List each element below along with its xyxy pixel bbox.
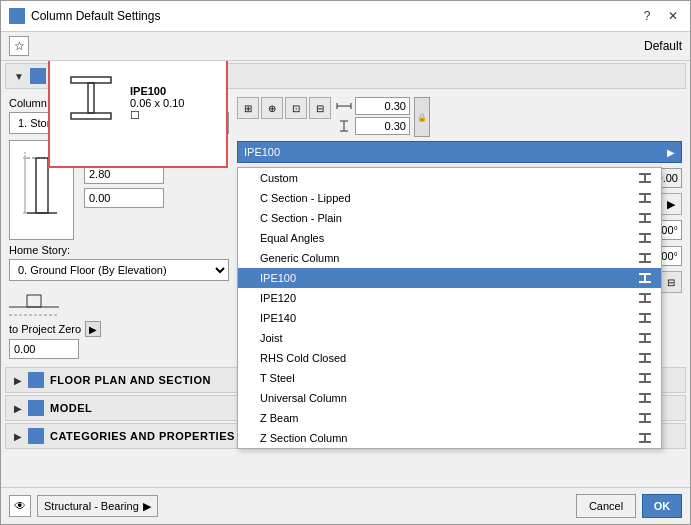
svg-rect-20	[644, 175, 646, 181]
preview-box: IPE100 0.06 x 0.10 ☐	[48, 61, 228, 168]
close-button[interactable]: ✕	[664, 7, 682, 25]
menu-item-custom[interactable]: Custom	[238, 168, 661, 188]
model-arrow: ▶	[14, 403, 22, 414]
menu-item-equal-angles[interactable]: Equal Angles	[238, 228, 661, 248]
offset-bottom-input[interactable]	[84, 188, 164, 208]
menu-item-shape-icon	[637, 251, 653, 265]
svg-rect-1	[36, 158, 48, 213]
svg-rect-39	[639, 301, 651, 303]
svg-rect-16	[71, 77, 111, 83]
menu-item-label: IPE100	[260, 272, 296, 284]
svg-rect-32	[644, 255, 646, 261]
preview-dims: 0.06 x 0.10	[130, 97, 184, 109]
svg-rect-31	[639, 253, 651, 255]
svg-rect-57	[639, 421, 651, 423]
menu-items-container: CustomC Section - LippedC Section - Plai…	[238, 168, 661, 448]
visibility-button[interactable]: 👁	[9, 495, 31, 517]
menu-item-shape-icon	[637, 351, 653, 365]
favorite-button[interactable]: ☆	[9, 36, 29, 56]
menu-item-z-beam[interactable]: Z Beam	[238, 408, 661, 428]
svg-rect-47	[644, 355, 646, 361]
svg-rect-44	[644, 335, 646, 341]
menu-item-label: Z Section Column	[260, 432, 347, 444]
svg-rect-25	[639, 213, 651, 215]
menu-item-shape-icon	[637, 191, 653, 205]
cancel-button[interactable]: Cancel	[576, 494, 636, 518]
svg-rect-26	[644, 215, 646, 221]
ok-button[interactable]: OK	[642, 494, 682, 518]
right-panel: ⊞ ⊕ ⊡ ⊟	[237, 97, 682, 359]
menu-item-label: IPE140	[260, 312, 296, 324]
menu-item-shape-icon	[637, 411, 653, 425]
footer: 👁 Structural - Bearing ▶ Cancel OK	[1, 487, 690, 524]
elevation-graphic	[9, 287, 59, 317]
menu-item-shape-icon	[637, 271, 653, 285]
structural-button[interactable]: Structural - Bearing ▶	[37, 495, 158, 517]
model-icon	[28, 400, 44, 416]
menu-item-generic-column[interactable]: Generic Column	[238, 248, 661, 268]
menu-item-universal-column[interactable]: Universal Column	[238, 388, 661, 408]
menu-item-label: RHS Cold Closed	[260, 352, 346, 364]
svg-rect-34	[639, 273, 651, 275]
geometry-content: Column Top: 1. Story (Home + 1)	[1, 91, 690, 365]
menu-item-label: Generic Column	[260, 252, 339, 264]
width-input[interactable]	[355, 97, 410, 115]
menu-item-label: T Steel	[260, 372, 295, 384]
svg-rect-30	[639, 241, 651, 243]
menu-item-label: Custom	[260, 172, 298, 184]
title-bar: Column Default Settings ? ✕	[1, 1, 690, 32]
svg-rect-23	[644, 195, 646, 201]
align-tc-btn[interactable]: ⊕	[261, 97, 283, 119]
align-tl-btn[interactable]: ⊞	[237, 97, 259, 119]
menu-item-z-section-column[interactable]: Z Section Column	[238, 428, 661, 448]
categories-arrow: ▶	[14, 431, 22, 442]
svg-rect-22	[639, 193, 651, 195]
svg-rect-8	[27, 295, 41, 307]
title-bar-left: Column Default Settings	[9, 8, 160, 24]
menu-item-ipe140[interactable]: IPE140	[238, 308, 661, 328]
svg-rect-29	[644, 235, 646, 241]
geometry-section-icon	[30, 68, 46, 84]
depth-input[interactable]	[355, 117, 410, 135]
to-project-arrow-btn[interactable]: ▶	[85, 321, 101, 337]
menu-item-rhs-cold-closed[interactable]: RHS Cold Closed	[238, 348, 661, 368]
svg-rect-56	[644, 415, 646, 421]
width-icon	[335, 99, 353, 113]
svg-rect-49	[639, 373, 651, 375]
lock-button[interactable]: 🔒	[414, 97, 430, 137]
menu-item-joist[interactable]: Joist	[238, 328, 661, 348]
menu-item-ipe120[interactable]: IPE120	[238, 288, 661, 308]
footer-left: 👁 Structural - Bearing ▶	[9, 495, 158, 517]
anchor-btn2[interactable]: ⊟	[660, 271, 682, 293]
menu-item-label: C Section - Plain	[260, 212, 342, 224]
menu-item-label: C Section - Lipped	[260, 192, 351, 204]
svg-rect-50	[644, 375, 646, 381]
project-zero-input[interactable]	[9, 339, 79, 359]
svg-rect-45	[639, 341, 651, 343]
menu-item-c-section---lipped[interactable]: C Section - Lipped	[238, 188, 661, 208]
svg-rect-38	[644, 295, 646, 301]
svg-rect-37	[639, 293, 651, 295]
align-bl-btn[interactable]: ⊟	[309, 97, 331, 119]
home-story-select[interactable]: 0. Ground Floor (By Elevation)	[9, 259, 229, 281]
svg-rect-59	[644, 435, 646, 441]
profile-dropdown-btn[interactable]: IPE100 ▶	[237, 141, 682, 163]
model-title: MODEL	[50, 402, 92, 414]
menu-item-ipe100[interactable]: IPE100	[238, 268, 661, 288]
menu-item-shape-icon	[637, 311, 653, 325]
svg-rect-41	[644, 315, 646, 321]
svg-rect-17	[88, 83, 94, 113]
menu-item-label: Joist	[260, 332, 283, 344]
footer-right: Cancel OK	[576, 494, 682, 518]
menu-item-shape-icon	[637, 211, 653, 225]
title-bar-controls: ? ✕	[638, 7, 682, 25]
preview-unit: ☐	[130, 109, 184, 122]
home-story-label: Home Story:	[9, 244, 229, 256]
align-tr-btn[interactable]: ⊡	[285, 97, 307, 119]
help-button[interactable]: ?	[638, 7, 656, 25]
categories-title: CATEGORIES AND PROPERTIES	[50, 430, 235, 442]
menu-item-t-steel[interactable]: T Steel	[238, 368, 661, 388]
menu-item-label: Universal Column	[260, 392, 347, 404]
menu-item-c-section---plain[interactable]: C Section - Plain	[238, 208, 661, 228]
toolbar: ☆ Default	[1, 32, 690, 61]
